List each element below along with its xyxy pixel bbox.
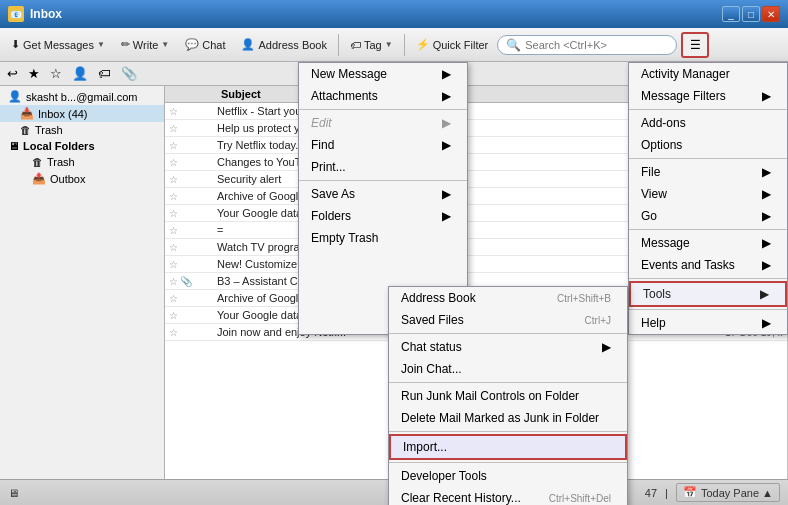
menu-item-activity-manager[interactable]: Activity Manager [629,63,787,85]
menu-separator [629,309,787,310]
row-icons: ☆ [169,208,217,219]
sidebar-item-inbox[interactable]: 📥 Inbox (44) [0,105,164,122]
menu-item-label: Go [641,209,657,223]
sidebar-item-gmail-trash[interactable]: 🗑 Trash [0,122,164,138]
address-book-button[interactable]: 👤 Address Book [234,34,333,55]
today-pane-button[interactable]: 📅 Today Pane ▲ [676,483,780,502]
window-controls: _ □ ✕ [722,6,780,22]
tools-chat-status[interactable]: Chat status ▶ [389,336,627,358]
submenu-arrow: ▶ [762,236,771,250]
write-button[interactable]: ✏ Write ▼ [114,34,176,55]
chat-button[interactable]: 💬 Chat [178,34,232,55]
menu-item-print[interactable]: Print... [299,156,467,178]
menu-button[interactable]: ☰ [681,32,709,58]
filter-tag-icon[interactable]: 🏷 [95,64,114,83]
menu-item-go[interactable]: Go ▶ [629,205,787,227]
address-book-label: Address Book [258,39,326,51]
get-messages-label: Get Messages [23,39,94,51]
star-icon: ☆ [169,276,178,287]
toolbar-separator-1 [338,34,339,56]
star-icon: ☆ [169,242,178,253]
menu-item-label: Delete Mail Marked as Junk in Folder [401,411,599,425]
menu-item-label: Import... [403,440,447,454]
menu-item-folders[interactable]: Folders ▶ [299,205,467,227]
maximize-button[interactable]: □ [742,6,760,22]
calendar-icon: 📅 [683,486,697,499]
menu-item-new-message[interactable]: New Message ▶ [299,63,467,85]
filter-star-filled-icon[interactable]: ★ [25,64,43,83]
tools-junk-controls[interactable]: Run Junk Mail Controls on Folder [389,385,627,407]
header-icons-col [169,88,217,100]
submenu-arrow: ▶ [442,187,451,201]
sidebar-item-gmail-account[interactable]: 👤 skasht b...@gmail.com [0,88,164,105]
menu-item-add-ons[interactable]: Add-ons [629,112,787,134]
tools-clear-history[interactable]: Clear Recent History... Ctrl+Shift+Del [389,487,627,505]
menu-item-attachments[interactable]: Attachments ▶ [299,85,467,107]
inbox-label: Inbox (44) [38,108,88,120]
tools-import[interactable]: Import... [389,434,627,460]
menu-item-events-tasks[interactable]: Events and Tasks ▶ [629,254,787,276]
menu-separator [629,278,787,279]
menu-item-help[interactable]: Help ▶ [629,312,787,334]
tools-join-chat[interactable]: Join Chat... [389,358,627,380]
star-icon: ☆ [169,174,178,185]
menu-item-label: Chat status [401,340,462,354]
search-box[interactable]: 🔍 [497,35,677,55]
menu-item-label: Join Chat... [401,362,462,376]
app-icon: 📧 [8,6,24,22]
star-icon: ☆ [169,106,178,117]
submenu-arrow: ▶ [760,287,769,301]
get-messages-button[interactable]: ⬇ Get Messages ▼ [4,34,112,55]
tag-button[interactable]: 🏷 Tag ▼ [343,35,400,55]
chat-label: Chat [202,39,225,51]
menu-item-file[interactable]: File ▶ [629,161,787,183]
row-icons: ☆ [169,191,217,202]
menu-item-find[interactable]: Find ▶ [299,134,467,156]
search-input[interactable] [525,39,668,51]
menu-item-label: Add-ons [641,116,686,130]
toolbar-separator-2 [404,34,405,56]
submenu-arrow: ▶ [762,316,771,330]
filter-icon: ⚡ [416,38,430,51]
menu-item-save-as[interactable]: Save As ▶ [299,183,467,205]
attachment-icon: 📎 [180,276,192,287]
menu-item-label: Run Junk Mail Controls on Folder [401,389,579,403]
menu-item-label: Folders [311,209,351,223]
title-bar: 📧 Inbox _ □ ✕ [0,0,788,28]
tools-developer-tools[interactable]: Developer Tools [389,465,627,487]
quick-filter-button[interactable]: ⚡ Quick Filter [409,34,496,55]
menu-item-label: View [641,187,667,201]
submenu-arrow: ▶ [442,116,451,130]
row-icons: ☆ [169,140,217,151]
tools-submenu: Address Book Ctrl+Shift+B Saved Files Ct… [388,286,628,505]
sidebar-item-outbox[interactable]: 📤 Outbox [0,170,164,187]
statusbar-right: 47 | 📅 Today Pane ▲ [645,483,780,502]
sidebar-item-local-folders[interactable]: 🖥 Local Folders [0,138,164,154]
menu-shortcut: Ctrl+Shift+Del [549,493,611,504]
menu-item-options[interactable]: Options [629,134,787,156]
close-button[interactable]: ✕ [762,6,780,22]
sidebar-item-local-trash[interactable]: 🗑 Trash [0,154,164,170]
menu-item-view[interactable]: View ▶ [629,183,787,205]
menu-item-tools[interactable]: Tools ▶ [629,281,787,307]
menu-item-label: Saved Files [401,313,464,327]
menu-item-message[interactable]: Message ▶ [629,232,787,254]
filter-contact-icon[interactable]: 👤 [69,64,91,83]
filter-attachment-icon[interactable]: 📎 [118,64,140,83]
filter-unread-icon[interactable]: ↩ [4,64,21,83]
tag-label: Tag [364,39,382,51]
menu-item-label: Address Book [401,291,476,305]
submenu-arrow: ▶ [762,187,771,201]
outbox-label: Outbox [50,173,85,185]
menu-item-label: Events and Tasks [641,258,735,272]
search-icon: 🔍 [506,38,521,52]
minimize-button[interactable]: _ [722,6,740,22]
app-wrapper: 📧 Inbox _ □ ✕ ⬇ Get Messages ▼ ✏ Write ▼… [0,0,788,505]
menu-item-message-filters[interactable]: Message Filters ▶ [629,85,787,107]
tools-delete-junk[interactable]: Delete Mail Marked as Junk in Folder [389,407,627,429]
filter-star-empty-icon[interactable]: ☆ [47,64,65,83]
tools-saved-files[interactable]: Saved Files Ctrl+J [389,309,627,331]
tools-address-book[interactable]: Address Book Ctrl+Shift+B [389,287,627,309]
menu-separator [389,382,627,383]
menu-item-empty-trash[interactable]: Empty Trash [299,227,467,249]
